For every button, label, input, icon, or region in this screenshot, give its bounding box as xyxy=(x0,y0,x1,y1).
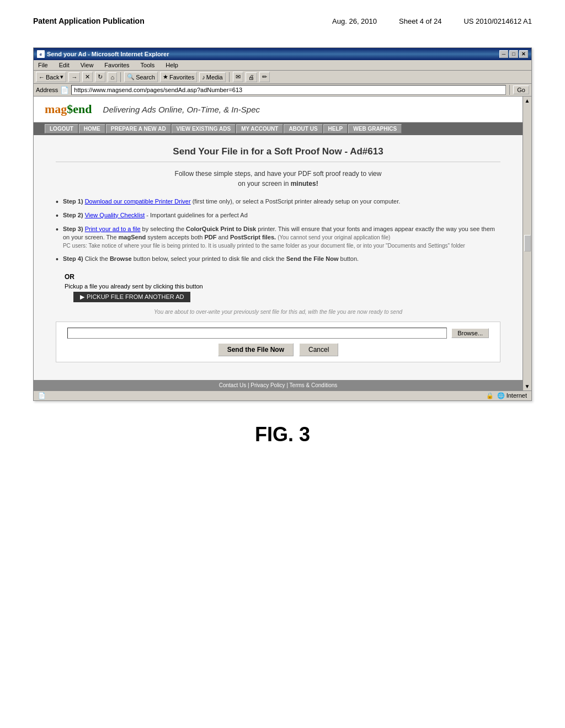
menu-favorites[interactable]: Favorites xyxy=(102,61,131,69)
step-3-bold1: ColorQuick Print to Disk xyxy=(186,226,256,232)
browser-title: Send your Ad - Microsoft Internet Explor… xyxy=(47,51,169,57)
stop-icon: ✕ xyxy=(85,73,90,81)
bullet-3: • xyxy=(56,225,58,234)
browser-icon: e xyxy=(37,50,45,58)
home-button[interactable]: ⌂ xyxy=(108,72,117,82)
minimize-button[interactable]: ─ xyxy=(499,50,508,58)
step-1-link[interactable]: Download our compatible Printer Driver xyxy=(85,198,191,205)
address-separator xyxy=(509,85,510,95)
patent-number: US 2010/0214612 A1 xyxy=(463,17,532,25)
webpage-footer: Contact Us | Privacy Policy | Terms & Co… xyxy=(34,380,523,390)
back-arrow-icon: ← xyxy=(39,74,45,81)
nav-prepare-new-ad[interactable]: PREPARE A NEW AD xyxy=(106,124,171,133)
nav-view-existing-ads[interactable]: VIEW EXISTING ADS xyxy=(172,124,236,133)
menu-help[interactable]: Help xyxy=(163,61,180,69)
title-bar: e Send your Ad - Microsoft Internet Expl… xyxy=(34,48,531,60)
internet-zone: 🌐 Internet xyxy=(497,392,527,399)
cancel-button[interactable]: Cancel xyxy=(299,343,338,356)
file-path-input[interactable] xyxy=(67,328,447,339)
step-3-small: (You cannot send your original applicati… xyxy=(278,234,390,240)
title-bar-left: e Send your Ad - Microsoft Internet Expl… xyxy=(37,50,169,58)
main-content-area: Send Your File in for a Soft Proof Now -… xyxy=(34,135,523,380)
footer-privacy[interactable]: Privacy Policy xyxy=(250,382,285,388)
webpage-content: mag$end Delivering Ads Online, On-Time, … xyxy=(34,97,523,390)
step-1: • Step 1) Download our compatible Printe… xyxy=(56,197,500,207)
edit-icon: ✏ xyxy=(262,73,267,81)
patent-meta: Aug. 26, 2010 Sheet 4 of 24 US 2010/0214… xyxy=(332,17,532,25)
nav-help[interactable]: HELP xyxy=(323,124,348,133)
title-bar-controls[interactable]: ─ □ ✕ xyxy=(499,50,528,58)
media-button[interactable]: ♪ Media xyxy=(199,72,225,82)
nav-web-graphics[interactable]: WEB GRAPHICS xyxy=(348,124,402,133)
toolbar-icon-btn-1[interactable]: ✉ xyxy=(233,72,243,82)
patent-title: Patent Application Publication xyxy=(33,17,145,25)
close-button[interactable]: ✕ xyxy=(519,50,528,58)
status-bar: 📄 🔒 🌐 Internet xyxy=(34,390,531,400)
file-row: Browse... xyxy=(67,328,489,339)
step-1-label: Step 1) xyxy=(63,198,83,205)
step-4-mid: button below, select your printed to dis… xyxy=(134,255,286,262)
intro-text: Follow these simple steps, and have your… xyxy=(56,169,500,189)
scroll-down-arrow[interactable]: ▼ xyxy=(525,383,530,389)
forward-arrow-icon: → xyxy=(71,74,77,81)
back-button[interactable]: ← Back ▾ xyxy=(36,72,66,82)
menu-edit[interactable]: Edit xyxy=(57,61,72,69)
steps-list: • Step 1) Download our compatible Printe… xyxy=(56,197,500,264)
nav-about-us[interactable]: ABOUT US xyxy=(284,124,322,133)
step-2-suffix: - Important guidelines for a perfect Ad xyxy=(146,212,247,218)
browse-button[interactable]: Browse... xyxy=(451,328,489,338)
back-label: Back xyxy=(46,74,59,81)
pickup-btn-container: ▶ PICKUP FILE FROM ANOTHER AD xyxy=(65,292,500,302)
step-3-intro: by selecting the xyxy=(142,226,186,232)
footer-terms[interactable]: Terms & Conditions xyxy=(290,382,338,388)
address-page-icon: 📄 xyxy=(60,86,69,94)
back-dropdown-icon: ▾ xyxy=(60,73,63,81)
send-file-button[interactable]: Send the File Now xyxy=(218,343,294,356)
step-2-link[interactable]: View Quality Checklist xyxy=(85,212,145,218)
stop-button[interactable]: ✕ xyxy=(82,72,93,82)
media-label: Media xyxy=(206,74,223,81)
step-3-bold2: magSend xyxy=(119,234,146,240)
nav-bar: LOGOUT HOME PREPARE A NEW AD VIEW EXISTI… xyxy=(34,122,523,135)
media-icon: ♪ xyxy=(202,74,205,81)
go-button[interactable]: Go xyxy=(513,85,529,94)
nav-my-account[interactable]: MY ACCOUNT xyxy=(236,124,283,133)
step-3-mid3: and xyxy=(218,234,230,240)
forward-button[interactable]: → xyxy=(68,72,80,82)
toolbar-icon-btn-3[interactable]: ✏ xyxy=(259,72,270,82)
step-4: • Step 4) Click the Browse button below,… xyxy=(56,255,500,264)
bullet-1: • xyxy=(56,197,58,207)
step-3-mid2: system accepts both xyxy=(147,234,204,240)
status-icon: 📄 xyxy=(38,392,46,399)
pickup-btn-label: PICKUP FILE FROM ANOTHER AD xyxy=(87,293,184,300)
scrollbar[interactable]: ▲ ▼ xyxy=(523,97,531,390)
refresh-button[interactable]: ↻ xyxy=(95,72,105,82)
scroll-thumb[interactable] xyxy=(524,235,531,251)
page-title: Send Your File in for a Soft Proof Now -… xyxy=(56,146,500,162)
menu-file[interactable]: File xyxy=(36,61,50,69)
step-3: • Step 3) Print your ad to a file by sel… xyxy=(56,225,500,250)
nav-home[interactable]: HOME xyxy=(79,124,105,133)
cancel-label: Cancel xyxy=(308,346,329,354)
step-2-text: Step 2) View Quality Checklist - Importa… xyxy=(63,211,248,220)
search-button[interactable]: 🔍 Search xyxy=(124,72,158,82)
footer-contact[interactable]: Contact Us xyxy=(219,382,246,388)
toolbar-icon-btn-2[interactable]: 🖨 xyxy=(246,72,257,82)
status-right: 🔒 🌐 Internet xyxy=(486,392,527,399)
step-3-link[interactable]: Print your ad to a file xyxy=(85,226,141,232)
address-input[interactable] xyxy=(71,85,506,95)
restore-button[interactable]: □ xyxy=(509,50,518,58)
pickup-file-button[interactable]: ▶ PICKUP FILE FROM ANOTHER AD xyxy=(73,292,190,302)
print-icon: 🖨 xyxy=(248,74,254,81)
step-3-label: Step 3) xyxy=(63,226,83,232)
menu-view[interactable]: View xyxy=(78,61,96,69)
step-4-label: Step 4) xyxy=(63,255,83,262)
menu-tools[interactable]: Tools xyxy=(138,61,157,69)
menu-bar: File Edit View Favorites Tools Help xyxy=(34,60,531,71)
favorites-button[interactable]: ★ Favorites xyxy=(160,72,197,82)
nav-logout[interactable]: LOGOUT xyxy=(45,124,78,133)
pickup-instruction: Pickup a file you already sent by clicki… xyxy=(65,283,500,290)
toolbar-separator-1 xyxy=(120,72,121,82)
scroll-up-arrow[interactable]: ▲ xyxy=(525,98,530,104)
toolbar: ← Back ▾ → ✕ ↻ ⌂ 🔍 Search ★ Favorites ♪ … xyxy=(34,71,531,84)
